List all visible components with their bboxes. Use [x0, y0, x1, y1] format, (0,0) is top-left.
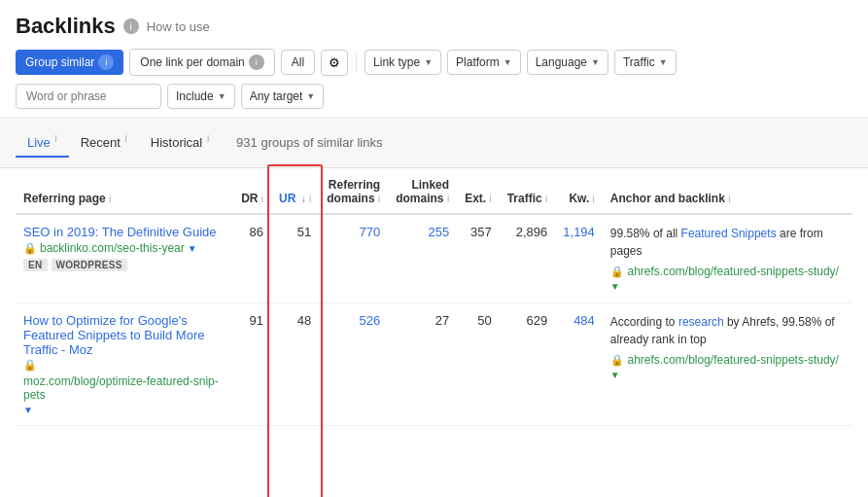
- ext-cell-2: 50: [457, 303, 500, 426]
- dr-info-icon[interactable]: i: [261, 194, 263, 204]
- linked-domains-link-1[interactable]: 255: [428, 225, 449, 239]
- include-chevron-icon: ▼: [218, 91, 226, 101]
- anchor-dropdown-icon-1[interactable]: ▼: [610, 281, 620, 292]
- include-label: Include: [176, 89, 214, 103]
- group-similar-button[interactable]: Group similar i: [16, 50, 123, 75]
- anchor-backlink-row-1: 🔒 ahrefs.com/blog/fe­atured-snippets-stu…: [610, 264, 845, 293]
- table-row: How to Optimize for Google's Featured Sn…: [16, 303, 852, 426]
- domain-link-1[interactable]: backlinko.com/seo-this-year: [40, 241, 185, 255]
- platform-label: Platform: [456, 55, 500, 69]
- platform-dropdown[interactable]: Platform ▼: [447, 50, 521, 75]
- col-header-linked-domains: Linkeddomains i: [388, 168, 457, 214]
- all-button[interactable]: All: [281, 50, 315, 75]
- anchor-backlink-row-2: 🔒 ahrefs.com/blog/fe­atured-snippets-stu…: [610, 352, 845, 381]
- link-type-label: Link type: [373, 55, 420, 69]
- traffic-cell-2: 629: [500, 303, 556, 426]
- ext-info-icon[interactable]: i: [489, 194, 491, 204]
- col-header-ur[interactable]: UR ↓ i: [271, 168, 319, 214]
- anchor-lock-icon-2: 🔒: [610, 354, 624, 366]
- domain-dropdown-icon-2[interactable]: ▼: [23, 405, 33, 415]
- one-link-info-icon[interactable]: i: [249, 54, 264, 70]
- anchor-text-2: According to research by Ahrefs, 99.58% …: [610, 313, 845, 348]
- page: Backlinks i How to use Group similar i O…: [0, 0, 868, 497]
- anchor-backlink-link-1[interactable]: ahrefs.com/blog/fe­atured-snippets-study…: [627, 265, 838, 278]
- any-target-label: Any target: [250, 89, 303, 103]
- tab-historical-label: Historical: [151, 135, 202, 150]
- gear-icon: ⚙: [329, 55, 340, 70]
- table-row: SEO in 2019: The Definitive Guide 🔒 back…: [16, 214, 852, 303]
- settings-button[interactable]: ⚙: [321, 50, 348, 76]
- referring-domains-cell-2: 526: [319, 303, 388, 426]
- how-to-use-link[interactable]: How to use: [147, 19, 210, 34]
- page-title: Backlinks: [16, 14, 116, 39]
- anchor-text-1: 99.58% of all Fea­tured Snippets are fro…: [610, 225, 845, 260]
- group-similar-info-icon[interactable]: i: [98, 54, 114, 70]
- lock-icon-2: 🔒: [23, 359, 37, 372]
- one-link-per-domain-button[interactable]: One link per domain i: [129, 49, 274, 76]
- search-input[interactable]: [16, 84, 161, 109]
- traffic-chevron-icon: ▼: [659, 57, 668, 67]
- link-type-chevron-icon: ▼: [424, 57, 433, 67]
- table-header-row: Referring page i DR i UR ↓ i Referringdo…: [16, 168, 852, 214]
- dr-cell-2: 91: [232, 303, 271, 426]
- kw-info-icon[interactable]: i: [593, 194, 595, 204]
- any-target-chevron-icon: ▼: [306, 91, 315, 101]
- anchor-info-icon[interactable]: i: [728, 194, 730, 204]
- any-target-dropdown[interactable]: Any target ▼: [241, 84, 325, 109]
- include-dropdown[interactable]: Include ▼: [167, 84, 235, 109]
- all-label: All: [292, 55, 304, 69]
- header: Backlinks i How to use Group similar i O…: [0, 0, 868, 118]
- col-header-referring-domains: Referringdomains i: [319, 168, 388, 214]
- linked-domains-cell-1: 255: [388, 214, 457, 303]
- referring-page-title-link-1[interactable]: SEO in 2019: The Definitive Guide: [23, 225, 217, 239]
- anchor-backlink-link-2[interactable]: ahrefs.com/blog/fe­atured-snippets-study…: [627, 353, 838, 367]
- col-header-ext: Ext. i: [457, 168, 500, 214]
- tab-live[interactable]: Live i: [16, 127, 69, 158]
- tab-live-label: Live: [27, 135, 51, 150]
- tab-recent-info[interactable]: i: [125, 133, 127, 144]
- anchor-dropdown-icon-2[interactable]: ▼: [610, 370, 620, 380]
- language-chevron-icon: ▼: [591, 57, 600, 67]
- traffic-dropdown[interactable]: Traffic ▼: [614, 50, 677, 75]
- domain-row-1: 🔒 backlinko.com/seo-this-year ▼: [23, 241, 225, 255]
- kw-link-2[interactable]: 484: [573, 313, 595, 328]
- col-header-kw: Kw. i: [555, 168, 603, 214]
- toolbar-separator: [356, 53, 357, 72]
- language-label: Language: [536, 55, 587, 69]
- referring-domains-cell-1: 770: [319, 214, 388, 303]
- tab-recent[interactable]: Recent i: [69, 127, 139, 158]
- linked-domains-cell-2: 27: [388, 303, 457, 426]
- domain-dropdown-icon-1[interactable]: ▼: [188, 243, 197, 254]
- traffic-cell-1: 2,896: [500, 214, 556, 303]
- tab-live-info[interactable]: i: [54, 133, 56, 144]
- ur-info-icon[interactable]: i: [309, 194, 311, 204]
- tab-historical[interactable]: Historical i: [139, 127, 221, 158]
- referring-domains-info-icon[interactable]: i: [378, 194, 380, 204]
- ext-cell-1: 357: [457, 214, 500, 303]
- toolbar-row: Group similar i One link per domain i Al…: [16, 49, 852, 76]
- table-container: Referring page i DR i UR ↓ i Referringdo…: [0, 168, 868, 426]
- group-similar-label: Group similar: [25, 55, 94, 69]
- referring-page-cell-2: How to Optimize for Google's Featured Sn…: [16, 303, 232, 426]
- domain-link-2[interactable]: moz.com/blog/optimize-featured-snip-pets: [23, 374, 225, 402]
- domain-row-2: 🔒 moz.com/blog/optimize-featured-snip-pe…: [23, 359, 225, 415]
- referring-page-title-link-2[interactable]: How to Optimize for Google's Featured Sn…: [23, 313, 204, 357]
- link-type-dropdown[interactable]: Link type ▼: [365, 50, 441, 75]
- tags-row-1: EN WORDPRESS: [23, 259, 225, 271]
- tab-recent-label: Recent: [81, 135, 121, 150]
- tab-historical-info[interactable]: i: [207, 133, 209, 144]
- traffic-info-icon[interactable]: i: [545, 194, 547, 204]
- kw-link-1[interactable]: 1,194: [563, 225, 595, 239]
- referring-domains-link-1[interactable]: 770: [360, 225, 381, 239]
- referring-domains-link-2[interactable]: 526: [360, 313, 381, 328]
- featured-snippets-link-1[interactable]: Fea­tured Snippets: [681, 227, 777, 240]
- kw-cell-2: 484: [555, 303, 603, 426]
- language-dropdown[interactable]: Language ▼: [527, 50, 608, 75]
- ur-sort-arrow-icon: ↓: [301, 194, 306, 204]
- linked-domains-info-icon[interactable]: i: [447, 194, 449, 204]
- col-header-traffic: Traffic i: [500, 168, 556, 214]
- title-info-icon[interactable]: i: [123, 18, 139, 34]
- research-link-2[interactable]: research: [678, 315, 724, 329]
- referring-page-info-icon[interactable]: i: [109, 194, 111, 204]
- filter-row: Include ▼ Any target ▼: [16, 84, 852, 109]
